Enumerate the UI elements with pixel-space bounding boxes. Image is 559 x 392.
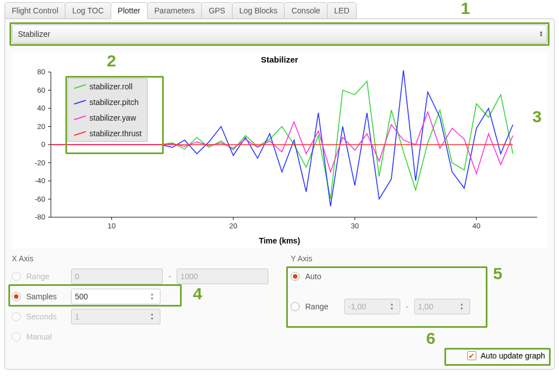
- y-range-from-field: -1,00 ▴▾: [344, 299, 400, 314]
- svg-text:10: 10: [108, 222, 116, 230]
- tab-flight-control[interactable]: Flight Control: [4, 2, 65, 19]
- y-axis-column: Y Axis Auto Range -1,00 ▴▾ - 1,00 ▴▾ 5: [291, 254, 547, 347]
- y-range-to-field: 1,00 ▴▾: [414, 299, 470, 314]
- y-range-label: Range: [305, 302, 339, 311]
- svg-text:80: 80: [37, 68, 45, 76]
- tab-log-blocks[interactable]: Log Blocks: [232, 2, 285, 19]
- x-axis-column: X Axis Range 0 - 1000 Samples 500 ▴▾: [12, 254, 268, 347]
- axis-controls: X Axis Range 0 - 1000 Samples 500 ▴▾: [12, 254, 547, 347]
- y-axis-heading: Y Axis: [291, 254, 547, 263]
- legend-item: stabilizer.pitch: [68, 94, 147, 110]
- svg-text:-60: -60: [35, 195, 45, 203]
- auto-update-label: Auto update graph: [481, 351, 545, 360]
- auto-update-checkbox[interactable]: ✔: [467, 351, 476, 360]
- stepper-icon[interactable]: ▴▾: [151, 290, 159, 303]
- x-range-label: Range: [26, 272, 65, 281]
- svg-text:30: 30: [351, 222, 359, 230]
- y-auto-label: Auto: [305, 272, 344, 281]
- legend-label: stabilizer.pitch: [89, 98, 139, 107]
- x-manual-label: Manual: [26, 332, 52, 341]
- svg-text:-80: -80: [35, 213, 45, 221]
- plot-select-dropdown[interactable]: Stabilizer ▲▼: [12, 25, 547, 44]
- tab-strip: Flight ControlLog TOCPlotterParametersGP…: [0, 0, 559, 19]
- dropdown-spinner-icon: ▲▼: [539, 31, 543, 37]
- chart-area: Stabilizer -80-60-40-2002040608010203040…: [12, 51, 547, 248]
- legend-swatch-icon: [74, 116, 86, 121]
- tab-log-toc[interactable]: Log TOC: [65, 2, 111, 19]
- plotter-panel: Stabilizer ▲▼ 1 Stabilizer -80-60-40-200…: [4, 18, 555, 370]
- legend-swatch-icon: [74, 100, 86, 105]
- tab-led[interactable]: LED: [327, 2, 357, 19]
- x-axis-label: Time (kms): [17, 236, 542, 245]
- svg-text:20: 20: [229, 222, 237, 230]
- stepper-icon: ▴▾: [391, 300, 399, 313]
- svg-text:-40: -40: [35, 176, 45, 185]
- x-samples-field[interactable]: 500 ▴▾: [71, 289, 160, 304]
- legend-swatch-icon: [74, 84, 86, 89]
- chart-legend: stabilizer.rollstabilizer.pitchstabilize…: [68, 78, 148, 142]
- chart-title: Stabilizer: [17, 55, 542, 64]
- tab-plotter[interactable]: Plotter: [111, 2, 148, 19]
- legend-label: stabilizer.yaw: [89, 113, 136, 122]
- x-seconds-radio[interactable]: [12, 312, 21, 321]
- legend-item: stabilizer.yaw: [68, 110, 147, 126]
- legend-label: stabilizer.roll: [89, 82, 132, 91]
- y-range-radio[interactable]: [291, 302, 300, 311]
- legend-item: stabilizer.thrust: [68, 126, 147, 141]
- svg-text:-20: -20: [35, 159, 45, 167]
- tab-gps[interactable]: GPS: [201, 2, 233, 19]
- x-range-radio[interactable]: [12, 272, 21, 281]
- x-samples-radio[interactable]: [12, 292, 21, 301]
- x-seconds-field: 1 ▴▾: [71, 309, 160, 324]
- x-seconds-label: Seconds: [26, 312, 65, 321]
- legend-label: stabilizer.thrust: [89, 129, 141, 138]
- x-range-to-field: 1000: [177, 269, 268, 284]
- stepper-icon: ▴▾: [461, 300, 468, 313]
- svg-text:0: 0: [41, 140, 45, 149]
- x-samples-label: Samples: [26, 292, 65, 301]
- tab-console[interactable]: Console: [284, 2, 327, 19]
- x-manual-radio[interactable]: [12, 332, 21, 341]
- y-auto-radio[interactable]: [291, 272, 300, 281]
- svg-text:60: 60: [37, 86, 45, 94]
- x-range-from-field: 0: [71, 269, 163, 284]
- legend-item: stabilizer.roll: [68, 79, 147, 94]
- svg-text:20: 20: [37, 122, 45, 131]
- annotation-4: 4: [193, 284, 202, 303]
- plot-select-value: Stabilizer: [18, 30, 50, 39]
- svg-text:40: 40: [37, 104, 45, 112]
- tab-parameters[interactable]: Parameters: [147, 2, 202, 19]
- svg-text:40: 40: [472, 222, 480, 230]
- legend-swatch-icon: [74, 131, 86, 136]
- stepper-icon: ▴▾: [151, 310, 159, 323]
- x-axis-heading: X Axis: [12, 254, 268, 263]
